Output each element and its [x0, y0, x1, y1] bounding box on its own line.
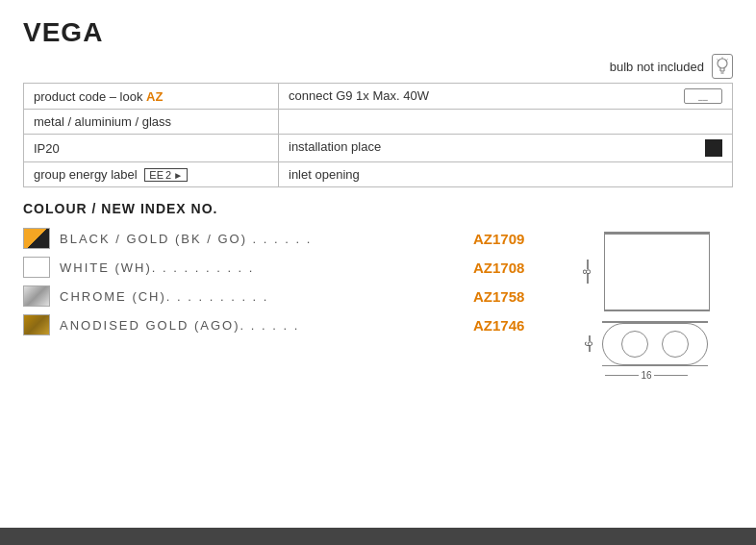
inlet-label: inlet opening [289, 167, 360, 182]
colour-name-white: WHITE (WH). . . . . . . . . . [60, 260, 473, 275]
table-row-energy: group energy label EE 2 ► inlet opening [24, 162, 733, 187]
oval-circle-1 [621, 331, 648, 358]
dim-h-label: 16 [641, 370, 651, 381]
swatch-black-gold [23, 228, 50, 249]
colour-code-white: AZ1708 [473, 260, 541, 276]
ip-cell: IP20 [24, 135, 279, 162]
bulb-not-included-text: bulb not included [610, 60, 704, 74]
ip-label: IP20 [34, 141, 60, 156]
colour-code-black-gold: AZ1709 [473, 231, 541, 247]
swatch-white [23, 257, 50, 278]
installation-label: installation place [289, 139, 381, 154]
svg-line-6 [727, 60, 728, 61]
bulb-row: bulb not included [23, 54, 733, 79]
colour-section-title: COLOUR / NEW INDEX NO. [23, 201, 733, 216]
diagram-top: 8 [583, 232, 710, 311]
product-code-az: AZ [146, 89, 163, 104]
energy-num: 2 [165, 169, 171, 181]
bottom-bar [0, 528, 756, 545]
installation-cell: installation place [279, 135, 733, 162]
diagram-bottom-row: 6 [585, 321, 708, 366]
diagrams: 8 6 [560, 228, 733, 381]
oval-circle-2 [662, 331, 689, 358]
svg-point-0 [718, 59, 727, 68]
colour-name-black-gold: BLACK / GOLD (BK / GO) . . . . . . [60, 232, 473, 246]
inlet-cell: inlet opening [279, 162, 733, 187]
material-label: metal / aluminium / glass [34, 114, 171, 129]
energy-cell: group energy label EE 2 ► [24, 162, 279, 187]
energy-badge: EE 2 ► [144, 168, 188, 182]
table-row-ip: IP20 installation place [24, 135, 733, 162]
rect-diagram [604, 234, 710, 310]
material-right-cell [279, 110, 733, 135]
svg-line-7 [718, 60, 718, 61]
colour-section: BLACK / GOLD (BK / GO) . . . . . . AZ170… [23, 228, 733, 381]
list-item: ANODISED GOLD (AGO). . . . . . AZ1746 [23, 314, 541, 335]
material-cell: metal / aluminium / glass [24, 110, 279, 135]
installation-icon [705, 139, 722, 157]
colour-code-anodised-gold: AZ1746 [473, 317, 541, 334]
specs-table: product code – look AZ connect G9 1x Max… [23, 83, 733, 187]
swatch-chrome [23, 285, 50, 307]
energy-arrow-icon: ► [173, 170, 183, 181]
colour-list: BLACK / GOLD (BK / GO) . . . . . . AZ170… [23, 228, 541, 381]
connect-label: connect G9 1x Max. 40W [289, 88, 429, 103]
table-row-product-code: product code – look AZ connect G9 1x Max… [24, 84, 733, 110]
page: VEGA bulb not included product code – lo… [0, 0, 756, 545]
dim-h-row: 16 [605, 370, 687, 381]
dim-v-top: 8 [583, 269, 592, 275]
oval-diagram [602, 323, 708, 365]
table-row-material: metal / aluminium / glass [24, 110, 733, 135]
bulb-icon [712, 54, 733, 79]
list-item: BLACK / GOLD (BK / GO) . . . . . . AZ170… [23, 228, 541, 249]
product-title: VEGA [23, 17, 733, 48]
colour-code-chrome: AZ1758 [473, 288, 541, 305]
list-item: WHITE (WH). . . . . . . . . . AZ1708 [23, 257, 541, 278]
energy-label: group energy label [34, 167, 138, 182]
colour-name-chrome: CHROME (CH). . . . . . . . . . [60, 289, 473, 304]
energy-ee-label: EE [149, 169, 164, 181]
diagram-bottom: 6 16 [585, 321, 708, 381]
colour-name-anodised-gold: ANODISED GOLD (AGO). . . . . . [60, 318, 473, 333]
dim-v-bottom: 6 [585, 341, 594, 347]
swatch-anodised-gold [23, 314, 50, 335]
connect-icon: ⎯⎯ [684, 88, 722, 104]
product-code-cell: product code – look AZ [24, 84, 279, 110]
list-item: CHROME (CH). . . . . . . . . . AZ1758 [23, 285, 541, 307]
connect-cell: connect G9 1x Max. 40W ⎯⎯ [279, 84, 733, 110]
product-code-label: product code – look [34, 89, 146, 104]
